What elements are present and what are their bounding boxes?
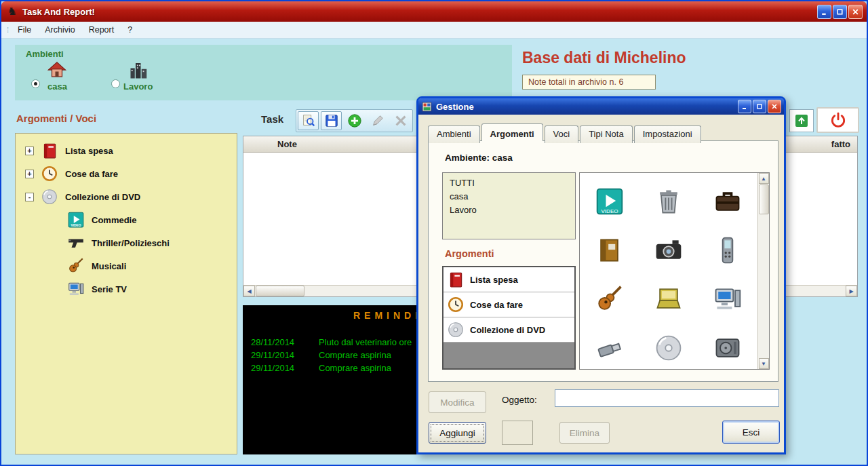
- album-icon[interactable]: [595, 235, 625, 265]
- edit-note-button[interactable]: [367, 111, 388, 130]
- maximize-button[interactable]: [833, 5, 847, 19]
- tab-argomenti[interactable]: Argomenti: [481, 123, 543, 141]
- scroll-up-icon[interactable]: ▲: [759, 173, 769, 184]
- tree-item-label: Commedie: [92, 215, 136, 225]
- tree-item-thriller[interactable]: Thriller/Polizieschi: [16, 231, 237, 254]
- vertical-scrollbar[interactable]: ▲ ▼: [757, 173, 769, 369]
- ambiente-caption: Ambiente: casa: [445, 153, 513, 163]
- tree-item-collezione-dvd[interactable]: - Collezione di DVD: [16, 185, 237, 208]
- minimize-button[interactable]: [817, 5, 831, 19]
- argomenti-item-label: Lista spesa: [470, 275, 518, 285]
- tree-item-cose-da-fare[interactable]: + Cose da fare: [16, 162, 237, 185]
- dialog-close-button[interactable]: [768, 100, 781, 113]
- export-button[interactable]: [789, 109, 814, 132]
- listbox-item-casa[interactable]: casa: [443, 190, 575, 203]
- icon-preview-box: [502, 421, 533, 445]
- power-button[interactable]: [816, 107, 859, 133]
- trash-icon[interactable]: [654, 187, 684, 216]
- argomenti-item-label: Cose da fare: [470, 300, 523, 310]
- search-note-button[interactable]: [298, 111, 319, 130]
- tree-item-lista-spesa[interactable]: + Lista spesa: [16, 139, 237, 162]
- tree-item-serie-tv[interactable]: Serie TV: [16, 277, 237, 300]
- computer-icon[interactable]: [713, 284, 743, 314]
- computer-icon: [67, 280, 85, 298]
- video-icon: VIDEO: [67, 211, 85, 229]
- expander-icon[interactable]: -: [25, 193, 34, 201]
- tree-item-label: Collezione di DVD: [65, 192, 140, 202]
- delete-note-button[interactable]: [390, 111, 411, 130]
- ambienti-listbox: TUTTI casa Lavoro: [442, 172, 576, 239]
- reminder-text: Comprare aspirina: [319, 349, 391, 362]
- camera-icon[interactable]: [654, 235, 684, 265]
- briefcase-icon[interactable]: [713, 187, 743, 216]
- reminder-date: 29/11/2014: [251, 349, 319, 362]
- dialog-title: Gestione: [436, 102, 474, 112]
- scroll-down-icon[interactable]: ▼: [759, 358, 769, 369]
- argomenti-item-cose-da-fare[interactable]: Cose da fare: [443, 292, 574, 317]
- city-icon: [129, 60, 149, 80]
- menu-file[interactable]: File: [11, 22, 38, 37]
- tab-voci[interactable]: Voci: [545, 125, 579, 143]
- oggetto-input[interactable]: [555, 389, 779, 407]
- argomenti-caption: Argomenti: [445, 248, 494, 259]
- laptop-icon[interactable]: [654, 284, 684, 314]
- argomenti-item-lista-spesa[interactable]: Lista spesa: [443, 267, 574, 292]
- tab-impostazioni[interactable]: Impostazioni: [634, 125, 701, 143]
- tab-tipi-nota[interactable]: Tipi Nota: [580, 125, 633, 143]
- listbox-item-lavoro[interactable]: Lavoro: [443, 203, 575, 217]
- video-icon[interactable]: VIDEO: [595, 187, 625, 216]
- add-note-button[interactable]: [344, 111, 365, 130]
- cd-icon[interactable]: [654, 333, 684, 363]
- dialog-maximize-button[interactable]: [753, 100, 766, 113]
- radio-casa-label: casa: [47, 81, 67, 92]
- elimina-button[interactable]: Elimina: [559, 422, 610, 444]
- guitar-icon[interactable]: [595, 284, 625, 314]
- modifica-button[interactable]: Modifica: [429, 391, 486, 413]
- house-icon: [47, 60, 67, 80]
- scrollbar-thumb[interactable]: [256, 286, 304, 296]
- book-icon: [447, 271, 465, 288]
- usb-icon[interactable]: [595, 333, 625, 363]
- scroll-left-icon[interactable]: ◀: [243, 286, 255, 296]
- dialog-minimize-button[interactable]: [738, 100, 751, 113]
- listbox-item-tutti[interactable]: TUTTI: [443, 176, 575, 190]
- harddisk-icon[interactable]: [713, 333, 743, 363]
- tabpage-argomenti: Ambiente: casa TUTTI casa Lavoro Argomen…: [428, 140, 778, 382]
- window-title: Task And Report!: [22, 7, 95, 17]
- tree-item-label: Cose da fare: [65, 169, 118, 179]
- oggetto-label: Oggetto:: [502, 395, 537, 405]
- database-title: Base dati di Michelino: [522, 49, 686, 67]
- ambienti-panel: Ambienti casa Lavoro: [15, 45, 512, 100]
- menu-archivio[interactable]: Archivio: [38, 22, 81, 37]
- argomenti-item-collezione-dvd[interactable]: Collezione di DVD: [443, 317, 574, 343]
- tab-ambienti[interactable]: Ambienti: [428, 125, 480, 143]
- task-label: Task: [261, 113, 283, 125]
- book-icon: [41, 142, 58, 159]
- expander-icon[interactable]: +: [25, 147, 34, 155]
- menubar: ⁞ File Archivio Report ?: [1, 22, 867, 39]
- column-header-note[interactable]: Note: [277, 139, 297, 149]
- esci-button[interactable]: Esci: [722, 421, 780, 444]
- phone-icon[interactable]: [713, 235, 743, 265]
- close-button[interactable]: [848, 5, 863, 19]
- radio-casa[interactable]: [31, 79, 40, 88]
- argomenti-item-label: Collezione di DVD: [470, 325, 545, 335]
- note-count-box: Note totali in archivio n. 6: [522, 75, 656, 90]
- scrollbar-thumb[interactable]: [759, 185, 769, 214]
- column-header-fatto[interactable]: fatto: [831, 139, 850, 149]
- menu-report[interactable]: Report: [82, 22, 121, 37]
- scroll-right-icon[interactable]: ▶: [846, 286, 857, 296]
- save-note-button[interactable]: [321, 111, 342, 130]
- cd-icon: [41, 188, 58, 206]
- reminder-date: 29/11/2014: [251, 362, 319, 374]
- dialog-titlebar: Gestione: [418, 98, 784, 115]
- radio-lavoro[interactable]: [111, 79, 120, 88]
- clock-icon: [41, 165, 58, 182]
- svg-text:VIDEO: VIDEO: [601, 208, 618, 214]
- expander-icon[interactable]: +: [25, 170, 34, 178]
- tree-item-musicali[interactable]: Musicali: [16, 254, 237, 277]
- tree-item-commedie[interactable]: VIDEO Commedie: [16, 208, 237, 231]
- tree-item-label: Thriller/Polizieschi: [92, 238, 170, 248]
- menu-help[interactable]: ?: [121, 22, 139, 37]
- aggiungi-button[interactable]: Aggiungi: [429, 422, 486, 444]
